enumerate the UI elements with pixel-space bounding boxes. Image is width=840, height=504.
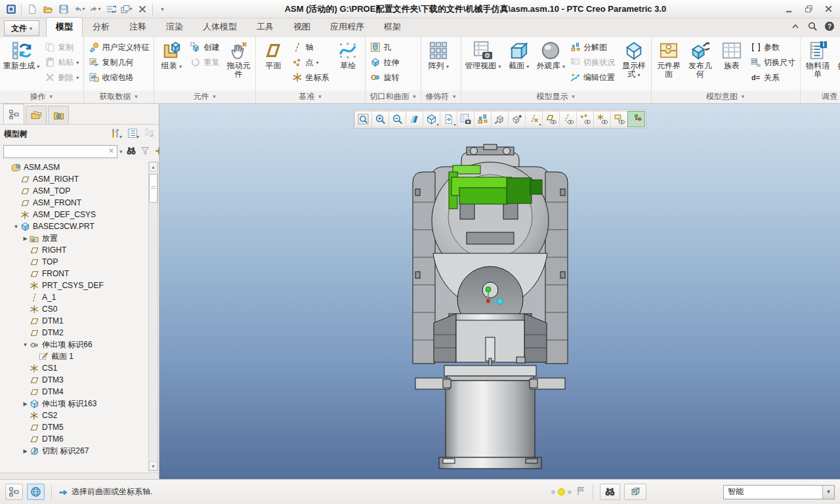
display-style-button[interactable]: 显示样式 ▾ xyxy=(619,39,649,91)
toggle-status-button[interactable]: 切换状况 xyxy=(568,56,618,69)
close-window-button[interactable] xyxy=(135,2,150,16)
drag-components-button[interactable]: 拖动元件 xyxy=(223,39,253,91)
tree-item-1[interactable]: ASM_RIGHT xyxy=(0,173,147,185)
flag-button[interactable] xyxy=(576,486,586,498)
tab-渲染[interactable]: 渲染 xyxy=(156,17,193,37)
search-command-button[interactable] xyxy=(807,21,818,33)
undo-button[interactable]: ▾ xyxy=(72,2,87,16)
tab-框架[interactable]: 框架 xyxy=(374,17,411,37)
copy-geometry-button[interactable]: 复制几何 xyxy=(86,56,152,69)
model-tree-tab[interactable] xyxy=(3,104,24,124)
favorites-tab[interactable] xyxy=(48,106,69,124)
tab-人体模型[interactable]: 人体模型 xyxy=(193,17,247,37)
selection-filter-dropdown[interactable]: 智能▼ xyxy=(723,485,835,499)
collapse-toggle[interactable]: ▼ xyxy=(12,224,20,230)
tree-scrollbar[interactable]: ▲ ▼ xyxy=(148,161,158,471)
repeat-button[interactable]: 重复 xyxy=(188,56,222,69)
clear-search-button[interactable] xyxy=(107,146,116,157)
robot-left-rail[interactable] xyxy=(413,172,435,364)
tab-视图[interactable]: 视图 xyxy=(284,17,320,37)
sketch-button[interactable]: 草绘 xyxy=(333,39,363,91)
group-label-cut-surface[interactable]: 切口和曲面▼ xyxy=(366,91,421,103)
tree-item-4[interactable]: ASM_DEF_CSYS xyxy=(0,209,147,220)
tree-settings-button[interactable]: ▾ xyxy=(110,128,122,140)
group-label-modifiers[interactable]: 修饰符▼ xyxy=(421,91,461,103)
tree-item-23[interactable]: DTM6 xyxy=(0,433,147,445)
group-label-component[interactable]: 元件▼ xyxy=(154,91,255,103)
component-interface-button[interactable]: 元件界面 xyxy=(654,39,684,91)
parameters-button[interactable]: 参数 xyxy=(748,41,798,54)
edit-position-button[interactable]: 编辑位置 xyxy=(568,71,618,84)
tree-item-9[interactable]: FRONT xyxy=(0,268,147,280)
tree-item-22[interactable]: DTM5 xyxy=(0,421,147,433)
toggle-dimensions-button[interactable]: 15fx切换尺寸 xyxy=(748,56,798,69)
tree-item-15[interactable]: ▼伸出项 标识66 xyxy=(0,339,147,350)
regenerate-button[interactable]: 重新生成 ▾ xyxy=(2,39,41,91)
copy-button[interactable]: 复制 xyxy=(42,41,81,54)
create-component-button[interactable]: 创建 xyxy=(188,41,222,54)
appearance-gallery-button[interactable]: 外观库 ▾ xyxy=(536,39,566,91)
robot-base-cylinder[interactable] xyxy=(446,381,535,457)
group-label-datum[interactable]: 基准▼ xyxy=(256,91,365,103)
minimize-ribbon-button[interactable] xyxy=(790,21,801,33)
minimize-button[interactable] xyxy=(780,3,797,16)
search-model-button[interactable] xyxy=(600,484,620,500)
group-label-operations[interactable]: 操作▼ xyxy=(0,91,83,103)
tab-模型[interactable]: 模型 xyxy=(46,17,83,37)
browser-toggle-button[interactable] xyxy=(27,484,45,500)
tree-item-20[interactable]: ▶伸出项 标识163 xyxy=(0,398,147,410)
reference-viewer-button[interactable]: i参考查看器 xyxy=(834,39,840,91)
group-label-model-intent[interactable]: 模型意图▼ xyxy=(652,91,800,103)
tree-item-6[interactable]: ▶放置 xyxy=(0,232,147,244)
tree-highlight-off-button[interactable] xyxy=(144,128,155,140)
customize-qat-button[interactable]: ▾ xyxy=(156,2,171,16)
save-button[interactable] xyxy=(56,2,71,16)
dropdown-arrow-icon[interactable]: ▼ xyxy=(822,486,834,499)
family-table-button[interactable]: 族表 xyxy=(717,39,747,91)
user-defined-feature-button[interactable]: 用户定义特征 xyxy=(86,41,152,54)
tree-item-13[interactable]: DTM1 xyxy=(0,315,147,327)
robot-right-rail[interactable] xyxy=(545,172,568,364)
tree-search-input[interactable] xyxy=(5,146,107,157)
tree-item-16[interactable]: 截面 1 xyxy=(0,350,147,362)
restore-button[interactable] xyxy=(800,3,817,16)
expand-toggle[interactable]: ▶ xyxy=(21,448,30,454)
delete-button[interactable]: 删除▾ xyxy=(42,71,81,84)
assemble-button[interactable]: 组装 ▾ xyxy=(156,39,186,91)
search-dropdown-button[interactable]: ▾ xyxy=(119,148,123,155)
expand-toggle[interactable]: ▶ xyxy=(21,401,30,407)
close-button[interactable] xyxy=(820,3,837,16)
datum-axis-button[interactable]: 轴 xyxy=(289,41,331,54)
tree-item-21[interactable]: CS2 xyxy=(0,410,147,421)
tab-工具[interactable]: 工具 xyxy=(247,17,284,37)
publish-geometry-button[interactable]: 发布几何 xyxy=(685,39,715,91)
tree-item-2[interactable]: ASM_TOP xyxy=(0,185,147,197)
open-file-button[interactable] xyxy=(40,2,55,16)
tab-注释[interactable]: 注释 xyxy=(119,17,156,37)
tree-item-8[interactable]: TOP xyxy=(0,256,147,268)
pattern-button[interactable]: 阵列 ▾ xyxy=(423,39,453,91)
manage-views-button[interactable]: 管理视图 ▾ xyxy=(463,39,502,91)
tree-h-scrollbar[interactable] xyxy=(0,472,159,479)
tree-item-11[interactable]: A_1 xyxy=(0,291,147,303)
section-button[interactable]: 截面 ▾ xyxy=(504,39,534,91)
tree-item-7[interactable]: RIGHT xyxy=(0,244,147,256)
shrinkwrap-button[interactable]: 收缩包络 xyxy=(86,71,152,84)
tree-item-12[interactable]: CS0 xyxy=(0,303,147,315)
group-label-model-display[interactable]: 模型显示▼ xyxy=(461,91,651,103)
bill-of-materials-button[interactable]: i物料清单 xyxy=(803,39,833,91)
tree-show-list-button[interactable]: ▾ xyxy=(127,128,139,140)
tab-应用程序[interactable]: 应用程序 xyxy=(320,17,374,37)
tree-item-3[interactable]: ASM_FRONT xyxy=(0,197,147,209)
find-button[interactable] xyxy=(126,146,136,158)
new-file-button[interactable] xyxy=(24,2,39,16)
file-menu-button[interactable]: 文件 ▾ xyxy=(4,20,39,36)
tree-item-10[interactable]: PRT_CSYS_DEF xyxy=(0,280,147,291)
datum-plane-button[interactable]: 平面 xyxy=(258,39,288,91)
window-switch-button[interactable]: ▾ xyxy=(119,2,134,16)
expand-toggle[interactable]: ▶ xyxy=(21,236,30,242)
group-label-get-data[interactable]: 获取数据▼ xyxy=(84,91,154,103)
tree-item-24[interactable]: ▶切割 标识267 xyxy=(0,445,147,457)
filter-settings-button[interactable] xyxy=(624,484,646,500)
scroll-up-button[interactable]: ▲ xyxy=(149,162,158,171)
